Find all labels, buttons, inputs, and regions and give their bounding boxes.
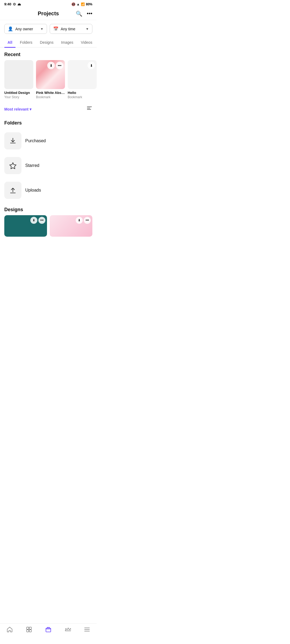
design-preview-teal[interactable]: ⬇ ••• <box>4 215 47 237</box>
view-toggle-button[interactable] <box>86 105 92 113</box>
tab-designs[interactable]: Designs <box>37 38 57 47</box>
designs-section-header: Designs <box>0 203 97 215</box>
time-filter-label: Any time <box>61 27 75 31</box>
folder-purchased[interactable]: Purchased <box>0 129 97 153</box>
folder-starred-label: Starred <box>25 163 39 168</box>
calendar-icon: 📅 <box>53 26 59 31</box>
svg-marker-3 <box>10 163 16 169</box>
tab-all[interactable]: All <box>4 38 16 47</box>
design-name-untitled: Untitled Design <box>4 91 33 95</box>
folder-uploads[interactable]: Uploads <box>0 178 97 203</box>
wifi-icon: ▲ <box>77 2 80 6</box>
design-type-hello: Bookmark <box>68 95 97 99</box>
search-icon[interactable]: 🔍 <box>76 10 82 17</box>
page-header: Projects 🔍 ••• <box>0 7 97 20</box>
design-thumb-hello: ⬇ <box>68 60 97 89</box>
more-button-pink-light[interactable]: ••• <box>84 217 91 224</box>
download-button-hello[interactable]: ⬇ <box>88 62 95 69</box>
design-thumb-pink: ⬇ ••• <box>36 60 65 89</box>
recent-section-header: Recent <box>0 47 97 60</box>
download-button-pink-light[interactable]: ⬇ <box>76 217 83 224</box>
thumb-actions-pink: ⬇ ••• <box>47 62 63 69</box>
thumb-actions-hello: ⬇ <box>88 62 95 69</box>
design-type-pink: Bookmark <box>36 95 65 99</box>
sort-button[interactable]: Most relevant ▾ <box>4 107 31 111</box>
page-title: Projects <box>38 10 59 17</box>
chevron-down-icon: ▼ <box>86 27 89 31</box>
download-button-pink[interactable]: ⬇ <box>47 62 55 69</box>
more-options-icon[interactable]: ••• <box>87 10 92 17</box>
chevron-down-icon: ▼ <box>40 27 44 31</box>
design-name-hello: Hello <box>68 91 97 95</box>
filter-bar: 👤 Any owner ▼ 📅 Any time ▼ <box>0 20 97 38</box>
preview-actions-teal: ⬇ ••• <box>30 217 45 224</box>
purchased-icon-box <box>4 132 21 149</box>
header-actions: 🔍 ••• <box>76 10 92 17</box>
camera-icon: ⊙ <box>13 2 16 6</box>
mountain-icon: ⛰ <box>17 2 21 6</box>
status-time: 9:40 <box>4 2 11 6</box>
time-filter[interactable]: 📅 Any time ▼ <box>50 24 92 34</box>
svg-rect-1 <box>87 108 90 108</box>
recent-designs-list: Untitled Design Your Story ⬇ ••• Pink Wh… <box>0 60 97 103</box>
tab-videos[interactable]: Videos <box>78 38 96 47</box>
uploads-icon-box <box>4 182 21 199</box>
owner-filter[interactable]: 👤 Any owner ▼ <box>4 24 47 34</box>
design-name-pink: Pink White Abstra... <box>36 91 65 95</box>
signal-icon: 📶 <box>81 2 85 6</box>
design-preview-pink-light[interactable]: ⬇ ••• <box>50 215 92 237</box>
folders-section-header: Folders <box>0 116 97 129</box>
design-thumb-untitled <box>4 60 33 89</box>
design-type-untitled: Your Story <box>4 95 33 99</box>
designs-list: ⬇ ••• ⬇ ••• <box>0 215 97 237</box>
tab-folders[interactable]: Folders <box>17 38 36 47</box>
sort-row: Most relevant ▾ <box>0 103 97 116</box>
content-tabs: All Folders Designs Images Videos <box>0 38 97 47</box>
folder-purchased-label: Purchased <box>25 138 46 143</box>
person-icon: 👤 <box>8 26 13 31</box>
svg-rect-2 <box>87 109 91 110</box>
svg-rect-0 <box>87 107 92 107</box>
status-bar: 9:40 ⊙ ⛰ 📵 ▲ 📶 80% <box>0 0 97 7</box>
more-button-pink[interactable]: ••• <box>56 62 63 69</box>
starred-icon-box <box>4 157 21 174</box>
folder-uploads-label: Uploads <box>25 188 41 193</box>
design-card-hello[interactable]: ⬇ Hello Bookmark <box>68 60 97 99</box>
folder-starred[interactable]: Starred <box>0 153 97 178</box>
design-card-pink[interactable]: ⬇ ••• Pink White Abstra... Bookmark <box>36 60 65 99</box>
tab-images[interactable]: Images <box>58 38 77 47</box>
phone-icon: 📵 <box>71 2 75 6</box>
design-card-untitled[interactable]: Untitled Design Your Story <box>4 60 33 99</box>
preview-actions-pink-light: ⬇ ••• <box>76 217 91 224</box>
download-button-teal[interactable]: ⬇ <box>30 217 37 224</box>
sort-label: Most relevant <box>4 107 28 111</box>
battery-status: 80% <box>86 2 92 6</box>
chevron-down-sort-icon: ▾ <box>30 107 31 111</box>
owner-filter-label: Any owner <box>15 27 33 31</box>
more-button-teal[interactable]: ••• <box>38 217 45 224</box>
